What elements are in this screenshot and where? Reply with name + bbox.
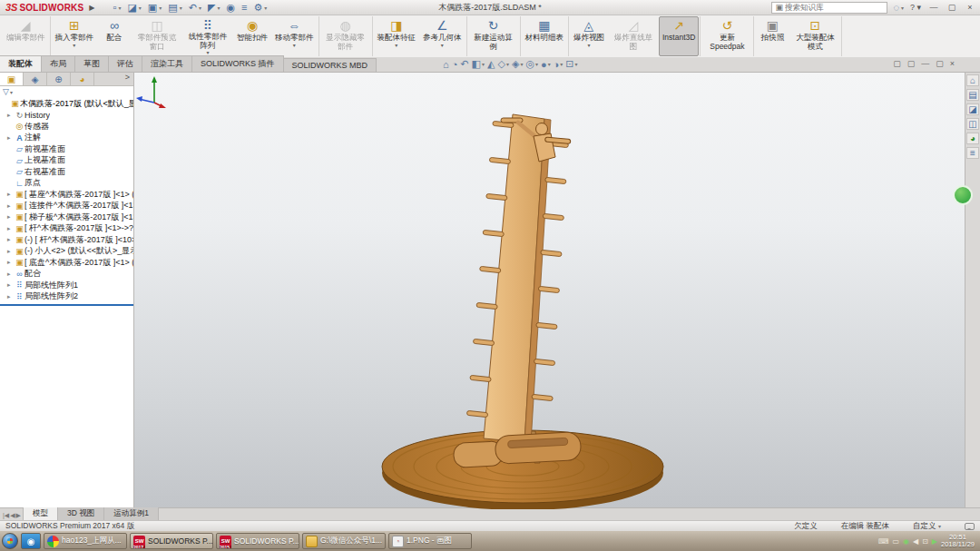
design-library-icon[interactable]: ▤ [966, 89, 979, 101]
tab-装配体[interactable]: 装配体 [0, 55, 42, 72]
reference-geometry-button[interactable]: ∠参考几何体▾ [419, 16, 466, 56]
expand-arrow-icon[interactable]: ▸ [7, 236, 15, 243]
doc-tab-3D 视图[interactable]: 3D 视图 [57, 507, 104, 520]
expand-arrow-icon[interactable]: ▸ [7, 225, 15, 232]
dropdown-caret-icon[interactable]: ▾ [560, 61, 563, 67]
featuremanager-tab[interactable]: ▣ [0, 73, 24, 85]
view-orientation-icon[interactable]: ◇▾ [497, 58, 508, 70]
tree-item[interactable]: ∟原点 [0, 178, 133, 190]
tab-草图[interactable]: 草图 [74, 55, 109, 72]
taskbar-button-solidworks-2017[interactable]: SW2017SOLIDWORKS P... [130, 533, 213, 549]
tab-渲染工具[interactable]: 渲染工具 [142, 55, 192, 72]
tree-item[interactable]: ▸▣(-) 小人<2> (默认<<默认>_显示状态 [0, 246, 133, 258]
zoom-to-area-icon[interactable]: ◔ [452, 59, 458, 70]
taskbar-clock[interactable]: 20:51 2018/11/29 [941, 534, 975, 548]
save-document-icon[interactable]: ▣▾ [148, 2, 162, 14]
display-icon[interactable]: ⊡ [922, 537, 928, 546]
floating-green-badge[interactable] [953, 185, 973, 205]
view-palette-icon[interactable]: ◫ [966, 118, 979, 130]
tab-评估[interactable]: 评估 [108, 55, 142, 72]
restore-button[interactable]: ▢ [946, 3, 958, 12]
expand-arrow-icon[interactable]: ▸ [7, 281, 15, 289]
tree-item[interactable]: ▸▣[ 底盘^木偶跌落-2017版 ]<1> (Defa [0, 257, 133, 269]
comment-icon[interactable] [965, 523, 975, 530]
rollback-bar[interactable] [0, 304, 133, 306]
dropdown-caret-icon[interactable]: ▾ [575, 61, 578, 67]
dropdown-caret-icon[interactable]: ▾ [535, 61, 538, 67]
taskbar-button-paint-1png[interactable]: ◔1.PNG - 画图 [388, 533, 472, 549]
tray-app-icon[interactable]: ▭ [892, 537, 899, 546]
custom-properties-icon[interactable]: ≡ [966, 147, 979, 159]
hide-show-items-icon[interactable]: ◎▾ [525, 58, 538, 70]
dropdown-caret-icon[interactable]: ▾ [293, 43, 296, 48]
tree-item[interactable]: ▱上视基准面 [0, 155, 133, 167]
insert-components-button[interactable]: ⊞插入零部件▾ [52, 16, 98, 56]
exploded-view-button[interactable]: ◬爆炸视图▾ [570, 16, 608, 56]
tree-filter-row[interactable]: ▽ ▾ [0, 86, 133, 97]
tree-item[interactable]: ▸↻History [0, 110, 133, 122]
start-button[interactable] [2, 533, 18, 549]
display-style-icon[interactable]: ◈▾ [512, 58, 523, 70]
tab-nav-arrow-icon[interactable]: |◀ [3, 512, 9, 519]
expand-arrow-icon[interactable]: ▸ [7, 259, 15, 266]
dropdown-caret-icon[interactable]: ▾ [482, 61, 485, 67]
dropdown-caret-icon[interactable]: ▾ [587, 43, 590, 48]
edit-appearance-icon[interactable]: ●▾ [541, 59, 551, 70]
expand-arrow-icon[interactable]: ▸ [7, 134, 15, 142]
large-assembly-mode-button[interactable]: ⊡大型装配体模式 [789, 16, 840, 56]
expand-arrow-icon[interactable]: ▸ [7, 112, 15, 119]
dropdown-caret-icon[interactable]: ▾ [441, 43, 444, 48]
expand-arrow-icon[interactable]: ▸ [7, 271, 15, 278]
instant3d-button[interactable]: ↗Instant3D [659, 16, 699, 56]
dropdown-caret-icon[interactable]: ▾ [520, 61, 523, 67]
new-motion-study-button[interactable]: ↻新建运动算例 [468, 16, 519, 56]
tree-item[interactable]: ▸∞配合 [0, 269, 133, 280]
tree-item[interactable]: ▱前视基准面 [0, 143, 133, 155]
dropdown-caret-icon[interactable]: ▾ [395, 43, 397, 48]
volume-icon[interactable]: ◀ [913, 537, 918, 546]
dynamic-annotation-view-icon[interactable]: ◭ [487, 58, 495, 70]
displaymanager-tab[interactable]: ◕ [71, 73, 94, 85]
tab-nav-arrow-icon[interactable]: ▶ [16, 512, 21, 519]
expand-arrow-icon[interactable]: ▸ [7, 248, 15, 255]
prev-window-button[interactable]: ▢ [893, 59, 901, 68]
doc-restore-button[interactable]: ▢ [936, 59, 944, 68]
doc-minimize-button[interactable]: — [921, 59, 929, 68]
menu-expand-icon[interactable]: ▶ [89, 4, 94, 12]
select-cursor-icon[interactable]: ◤▾ [208, 2, 220, 14]
tree-item[interactable]: ▸⠿局部线性阵列2 [0, 291, 133, 303]
custom-status-dropdown[interactable]: 自定义 ▾ [913, 521, 941, 532]
update-speedpak-button[interactable]: ↺更新 Speedpak [701, 16, 752, 56]
options-icon[interactable]: ⚙▾ [253, 2, 267, 14]
security-icon[interactable]: ◉ [903, 537, 909, 546]
expand-arrow-icon[interactable]: ▸ [7, 293, 15, 300]
3d-model[interactable] [134, 73, 965, 509]
dropdown-caret-icon[interactable]: ▾ [264, 5, 267, 11]
file-properties-icon[interactable]: ≡ [241, 2, 247, 13]
tree-item[interactable]: ◎传感器 [0, 121, 133, 133]
tab-nav-arrow-icon[interactable]: ◀ [10, 512, 15, 519]
apply-scene-icon[interactable]: ◑▾ [554, 59, 564, 70]
knowledge-search[interactable]: ▣ [771, 2, 887, 14]
dropdown-caret-icon[interactable]: ▾ [217, 5, 220, 11]
tree-item[interactable]: ▱右视基准面 [0, 166, 133, 178]
doc-tab-模型[interactable]: 模型 [23, 507, 58, 520]
dropdown-caret-icon[interactable]: ▾ [139, 5, 142, 11]
keyboard-icon[interactable]: ⌨ [878, 537, 889, 546]
dropdown-caret-icon[interactable]: ▾ [180, 5, 182, 11]
taskbar-button-hao123[interactable]: hao123_上网从... [44, 533, 127, 549]
help-button[interactable]: ? ▾ [909, 3, 922, 12]
dropdown-caret-icon[interactable]: ▾ [118, 5, 121, 11]
tree-item[interactable]: ▸▣[ 杆^木偶跌落-2017版 ]<1>->? (Def [0, 223, 133, 235]
filter-caret-icon[interactable]: ▾ [10, 89, 13, 95]
undo-icon[interactable]: ↶▾ [189, 2, 201, 14]
rebuild-icon[interactable]: ◉ [226, 2, 235, 14]
expand-arrow-icon[interactable]: ▸ [7, 213, 15, 221]
dropdown-caret-icon[interactable]: ▾ [506, 61, 509, 67]
previous-view-icon[interactable]: ↶ [460, 58, 468, 70]
open-document-icon[interactable]: ◪▾ [127, 2, 141, 14]
tree-root-item[interactable]: ▣木偶跌落-2017版 (默认<默认_显示状态-1 [0, 98, 133, 110]
linear-component-pattern-button[interactable]: ⠿线性零部件阵列▾ [182, 16, 233, 56]
doc-close-button[interactable]: × [950, 59, 955, 68]
expand-arrow-icon[interactable]: ▸ [7, 202, 15, 210]
